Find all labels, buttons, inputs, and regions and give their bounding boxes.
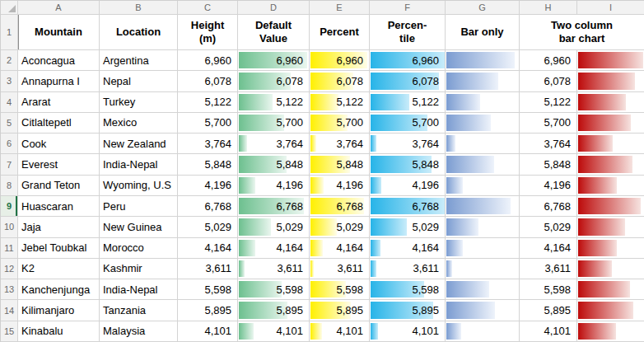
cell-databar-bar-only[interactable]: [446, 50, 520, 71]
cell-databar-bar-chart[interactable]: [577, 259, 644, 279]
cell-databar-percent[interactable]: 5,598: [310, 279, 370, 300]
row-number-11[interactable]: 11: [1, 238, 18, 259]
cell-height[interactable]: 5,700: [178, 113, 238, 134]
cell-mountain[interactable]: K2: [18, 259, 100, 279]
cell-databar-percent[interactable]: 4,164: [310, 238, 370, 259]
header-percent[interactable]: Percent: [310, 15, 370, 50]
cell-databar-bar-chart[interactable]: [577, 321, 644, 342]
row-number-1[interactable]: 1: [1, 15, 18, 50]
row-number-2[interactable]: 2: [1, 50, 18, 71]
cell-databar-percentile[interactable]: 4,101: [370, 321, 446, 342]
cell-databar-default-value[interactable]: 6,078: [238, 71, 310, 91]
row-number-12[interactable]: 12: [1, 259, 18, 279]
cell-height[interactable]: 5,895: [178, 300, 238, 321]
cell-databar-percent[interactable]: 6,768: [310, 196, 370, 217]
cell-databar-percentile[interactable]: 5,700: [370, 113, 446, 134]
row-number-6[interactable]: 6: [1, 134, 18, 154]
column-letter-B[interactable]: B: [100, 1, 178, 15]
cell-databar-percent[interactable]: 3,611: [310, 259, 370, 279]
cell-databar-bar-only[interactable]: [446, 217, 520, 237]
cell-mountain[interactable]: Everest: [18, 154, 100, 175]
cell-databar-percentile[interactable]: 3,764: [370, 134, 446, 154]
cell-two-column-value[interactable]: 4,196: [520, 176, 577, 196]
header-bar-only[interactable]: Bar only: [446, 15, 520, 50]
cell-databar-bar-chart[interactable]: [577, 196, 644, 217]
cell-databar-bar-only[interactable]: [446, 71, 520, 91]
cell-location[interactable]: Turkey: [100, 92, 178, 113]
cell-location[interactable]: Argentina: [100, 50, 178, 71]
cell-location[interactable]: New Guinea: [100, 217, 178, 237]
cell-mountain[interactable]: Jebel Toubkal: [18, 238, 100, 259]
cell-databar-default-value[interactable]: 5,848: [238, 154, 310, 175]
cell-mountain[interactable]: Grand Teton: [18, 176, 100, 196]
cell-height[interactable]: 4,101: [178, 321, 238, 342]
cell-mountain[interactable]: Kilimanjaro: [18, 300, 100, 321]
cell-databar-bar-only[interactable]: [446, 321, 520, 342]
header-default-value[interactable]: Default Value: [238, 15, 310, 50]
column-letter-I[interactable]: I: [577, 1, 644, 15]
cell-databar-bar-chart[interactable]: [577, 71, 644, 91]
cell-height[interactable]: 5,122: [178, 92, 238, 113]
row-number-13[interactable]: 13: [1, 279, 18, 300]
cell-databar-default-value[interactable]: 4,196: [238, 176, 310, 196]
cell-two-column-value[interactable]: 4,164: [520, 238, 577, 259]
cell-databar-default-value[interactable]: 3,611: [238, 259, 310, 279]
row-number-9[interactable]: 9: [1, 196, 18, 217]
cell-two-column-value[interactable]: 5,122: [520, 92, 577, 113]
cell-mountain[interactable]: Citlaltepetl: [18, 113, 100, 134]
row-number-3[interactable]: 3: [1, 71, 18, 91]
cell-databar-percentile[interactable]: 6,960: [370, 50, 446, 71]
cell-databar-percent[interactable]: 6,078: [310, 71, 370, 91]
cell-height[interactable]: 5,598: [178, 279, 238, 300]
cell-databar-bar-chart[interactable]: [577, 113, 644, 134]
cell-height[interactable]: 6,078: [178, 71, 238, 91]
cell-databar-bar-only[interactable]: [446, 134, 520, 154]
cell-databar-bar-only[interactable]: [446, 176, 520, 196]
cell-databar-bar-chart[interactable]: [577, 134, 644, 154]
cell-two-column-value[interactable]: 5,848: [520, 154, 577, 175]
column-letter-C[interactable]: C: [178, 1, 238, 15]
cell-databar-percent[interactable]: 5,122: [310, 92, 370, 113]
cell-two-column-value[interactable]: 5,700: [520, 113, 577, 134]
cell-height[interactable]: 6,960: [178, 50, 238, 71]
header-percentile[interactable]: Percen- tile: [370, 15, 446, 50]
select-all-corner[interactable]: [1, 1, 18, 15]
cell-databar-percentile[interactable]: 4,196: [370, 176, 446, 196]
cell-location[interactable]: India-Nepal: [100, 279, 178, 300]
cell-databar-default-value[interactable]: 5,700: [238, 113, 310, 134]
cell-mountain[interactable]: Cook: [18, 134, 100, 154]
cell-databar-percent[interactable]: 5,700: [310, 113, 370, 134]
cell-height[interactable]: 6,768: [178, 196, 238, 217]
cell-location[interactable]: Malaysia: [100, 321, 178, 342]
cell-databar-percentile[interactable]: 5,122: [370, 92, 446, 113]
cell-databar-bar-only[interactable]: [446, 300, 520, 321]
cell-location[interactable]: India-Nepal: [100, 154, 178, 175]
cell-databar-bar-only[interactable]: [446, 279, 520, 300]
cell-mountain[interactable]: Annapurna I: [18, 71, 100, 91]
cell-databar-bar-chart[interactable]: [577, 50, 644, 71]
cell-databar-percent[interactable]: 4,101: [310, 321, 370, 342]
column-letter-D[interactable]: D: [238, 1, 310, 15]
cell-location[interactable]: Morocco: [100, 238, 178, 259]
cell-databar-percent[interactable]: 5,029: [310, 217, 370, 237]
cell-databar-default-value[interactable]: 6,960: [238, 50, 310, 71]
cell-databar-percentile[interactable]: 5,848: [370, 154, 446, 175]
header-mountain[interactable]: Mountain: [18, 15, 100, 50]
cell-databar-percentile[interactable]: 5,598: [370, 279, 446, 300]
cell-databar-default-value[interactable]: 3,764: [238, 134, 310, 154]
cell-databar-percent[interactable]: 4,196: [310, 176, 370, 196]
row-number-14[interactable]: 14: [1, 300, 18, 321]
row-number-10[interactable]: 10: [1, 217, 18, 237]
column-letter-E[interactable]: E: [310, 1, 370, 15]
cell-databar-percentile[interactable]: 6,768: [370, 196, 446, 217]
cell-databar-default-value[interactable]: 5,029: [238, 217, 310, 237]
cell-databar-bar-chart[interactable]: [577, 176, 644, 196]
cell-two-column-value[interactable]: 5,029: [520, 217, 577, 237]
cell-databar-bar-chart[interactable]: [577, 300, 644, 321]
header-location[interactable]: Location: [100, 15, 178, 50]
cell-height[interactable]: 5,848: [178, 154, 238, 175]
row-number-4[interactable]: 4: [1, 92, 18, 113]
row-number-7[interactable]: 7: [1, 154, 18, 175]
cell-databar-bar-only[interactable]: [446, 113, 520, 134]
cell-height[interactable]: 3,611: [178, 259, 238, 279]
